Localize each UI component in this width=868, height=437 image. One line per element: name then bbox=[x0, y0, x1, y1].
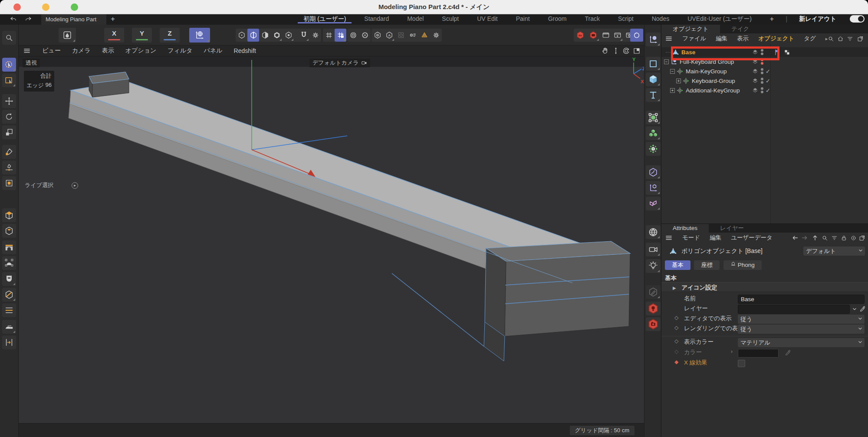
lock-z-axis-button[interactable]: Z bbox=[160, 28, 180, 43]
array-icon[interactable] bbox=[646, 126, 661, 140]
viewport-menu-icon[interactable] bbox=[23, 47, 31, 55]
deformer-icon[interactable] bbox=[646, 165, 661, 179]
collapse-expander[interactable]: − bbox=[670, 69, 675, 74]
layout-tab-standard[interactable]: Standard bbox=[355, 14, 398, 23]
move-icon[interactable] bbox=[2, 94, 16, 108]
edges-mode-icon[interactable] bbox=[247, 29, 259, 42]
sky-object-icon[interactable] bbox=[646, 225, 661, 239]
layout-tab-uvedit[interactable]: UV Edit bbox=[468, 14, 506, 23]
anim-diamond-icon[interactable]: ◇ bbox=[674, 325, 678, 331]
text-object-icon[interactable] bbox=[646, 88, 661, 102]
layer-diamond-icon[interactable] bbox=[752, 77, 759, 84]
add-document-tab-button[interactable]: + bbox=[111, 14, 115, 24]
layout-lock-toggle[interactable] bbox=[850, 15, 865, 23]
expand-expander[interactable]: + bbox=[676, 79, 681, 83]
visibility-dots[interactable] bbox=[761, 86, 763, 94]
pan-view-icon[interactable] bbox=[602, 47, 609, 55]
weld-icon[interactable] bbox=[2, 272, 16, 286]
visibility-dots[interactable] bbox=[761, 77, 763, 85]
tab-objects[interactable]: オブジェクト bbox=[661, 25, 720, 33]
spline-pen-icon[interactable] bbox=[2, 161, 16, 174]
undo-icon[interactable] bbox=[10, 16, 17, 23]
snap-icon[interactable] bbox=[298, 29, 309, 42]
edge-flow-icon[interactable] bbox=[2, 335, 16, 349]
expand-arrow-icon[interactable]: › bbox=[731, 348, 733, 355]
coordinate-system-icon[interactable] bbox=[189, 28, 210, 43]
om-menu-view[interactable]: 表示 bbox=[737, 35, 749, 43]
attr-menu-edit[interactable]: 編集 bbox=[710, 234, 721, 242]
new-layout-button[interactable]: 新レイアウト bbox=[790, 14, 845, 23]
object-row-additional-keygroup[interactable]: + Additional-KeyGroup ✓ bbox=[661, 85, 868, 95]
auto-mode-icon[interactable]: A bbox=[383, 29, 395, 42]
layout-tab-groom[interactable]: Groom bbox=[539, 14, 576, 23]
keyed-diamond-icon[interactable]: ◆ bbox=[674, 359, 678, 365]
volumes-mode-icon[interactable] bbox=[271, 29, 283, 42]
ring-icon[interactable] bbox=[347, 29, 359, 42]
xray-checkbox[interactable] bbox=[738, 360, 745, 367]
redshift-light-icon[interactable] bbox=[646, 302, 661, 315]
layout-tab-sculpt[interactable]: Sculpt bbox=[433, 14, 468, 23]
display-color-dropdown[interactable]: マテリアル bbox=[738, 338, 865, 347]
viewport-layout-icon[interactable] bbox=[633, 47, 641, 55]
layout-tab-script[interactable]: Script bbox=[609, 14, 643, 23]
layout-tab-model[interactable]: Model bbox=[398, 14, 433, 23]
isolate-icon[interactable] bbox=[395, 29, 407, 42]
add-layout-button[interactable]: + bbox=[761, 14, 783, 23]
model-mode-icon[interactable] bbox=[283, 29, 294, 42]
snap-settings-icon[interactable] bbox=[309, 29, 321, 42]
panel-menu-icon[interactable] bbox=[665, 35, 673, 43]
om-home-icon[interactable] bbox=[837, 36, 844, 42]
object-row-keyboard-group[interactable]: + Keyboard-Group ✓ bbox=[661, 76, 868, 85]
rectangle-selection-icon[interactable] bbox=[2, 73, 16, 87]
grid-icon[interactable] bbox=[323, 29, 335, 42]
object-name[interactable]: Main-KeyGroup bbox=[686, 68, 727, 75]
enabled-check-icon[interactable]: ✓ bbox=[766, 87, 770, 94]
color-swatch[interactable] bbox=[738, 349, 779, 358]
redshift-camera-icon[interactable] bbox=[646, 317, 661, 331]
attr-search-icon[interactable] bbox=[822, 235, 828, 241]
spline-rectangle-icon[interactable] bbox=[646, 57, 661, 71]
render-visibility-dropdown[interactable]: 従う bbox=[738, 325, 865, 334]
collapse-expander[interactable]: − bbox=[664, 59, 669, 64]
om-filter-icon[interactable] bbox=[847, 36, 853, 42]
cloner-icon[interactable] bbox=[646, 142, 661, 156]
attr-menu-mode[interactable]: モード bbox=[682, 234, 700, 242]
om-menu-objects[interactable]: オブジェクト bbox=[758, 35, 794, 43]
rotate-icon[interactable] bbox=[2, 110, 16, 124]
viewport-solo-icon[interactable] bbox=[372, 29, 383, 42]
extrude-icon[interactable] bbox=[2, 208, 16, 222]
polygons-mode-icon[interactable] bbox=[259, 29, 271, 42]
om-menu-file[interactable]: ファイル bbox=[682, 35, 706, 43]
layout-tab-track[interactable]: Track bbox=[575, 14, 608, 23]
panel-menu-icon[interactable] bbox=[665, 234, 673, 242]
menu-view[interactable]: ビュー bbox=[42, 47, 61, 55]
subdivision-surface-icon[interactable] bbox=[646, 111, 661, 125]
axis-cube-icon[interactable] bbox=[646, 181, 661, 195]
render-view-icon[interactable]: RV bbox=[574, 29, 587, 42]
texture-tag-icon[interactable] bbox=[784, 49, 790, 56]
om-search-icon[interactable] bbox=[828, 36, 834, 42]
menu-options[interactable]: オプション bbox=[125, 47, 157, 55]
tool-options-button[interactable]: ▸ bbox=[72, 182, 78, 189]
tab-phong[interactable]: Phong bbox=[723, 260, 762, 270]
dolly-view-icon[interactable] bbox=[612, 47, 620, 55]
expand-expander[interactable]: + bbox=[670, 88, 675, 93]
layer-diamond-icon[interactable] bbox=[752, 87, 759, 94]
menu-display[interactable]: 表示 bbox=[102, 47, 114, 55]
null-object-icon[interactable] bbox=[646, 33, 661, 46]
display-filter-icon[interactable] bbox=[407, 29, 418, 42]
eyedropper-icon[interactable] bbox=[859, 306, 866, 312]
document-tab[interactable]: Modeling Piano Part ... × bbox=[41, 14, 106, 25]
camera-object-icon[interactable] bbox=[646, 243, 661, 256]
om-menu-edit[interactable]: 編集 bbox=[716, 35, 727, 43]
layer-input[interactable] bbox=[738, 305, 850, 314]
loop-cut-icon[interactable] bbox=[2, 303, 16, 317]
exchange-icon[interactable] bbox=[646, 197, 661, 210]
points-mode-icon[interactable] bbox=[236, 29, 247, 42]
editor-visibility-dropdown[interactable]: 従う bbox=[738, 315, 865, 324]
layout-tab-nodes[interactable]: Nodes bbox=[643, 14, 678, 23]
search-commander-icon[interactable] bbox=[2, 31, 16, 45]
attr-expand-icon[interactable] bbox=[859, 235, 865, 241]
lock-y-axis-button[interactable]: Y bbox=[132, 28, 152, 43]
object-row-main-keygroup[interactable]: − Main-KeyGroup ✓ bbox=[661, 66, 868, 76]
